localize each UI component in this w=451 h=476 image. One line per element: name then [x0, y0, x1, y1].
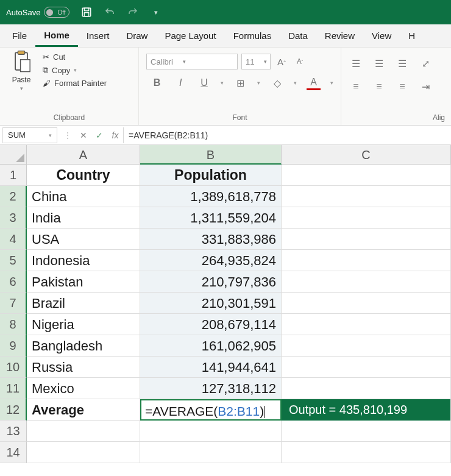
row-header-11[interactable]: 11 [0, 378, 27, 399]
decrease-font-icon[interactable]: Aˇ [293, 54, 307, 69]
cell-C11[interactable] [282, 378, 451, 399]
tab-page-layout[interactable]: Page Layout [156, 24, 224, 47]
align-left-icon[interactable]: ≡ [349, 79, 363, 94]
cell-B13[interactable] [140, 421, 282, 442]
row-header-5[interactable]: 5 [0, 250, 27, 271]
cell-A14[interactable] [27, 442, 140, 463]
enter-icon[interactable]: ✓ [91, 130, 107, 140]
cell-A8[interactable]: Nigeria [27, 314, 140, 335]
cancel-icon[interactable]: ✕ [76, 130, 91, 140]
cell-A13[interactable] [27, 421, 140, 442]
border-icon[interactable]: ⊞ [233, 76, 247, 90]
tab-formulas[interactable]: Formulas [225, 24, 280, 47]
column-header-C[interactable]: C [282, 145, 451, 165]
cell-B1[interactable]: Population [140, 165, 282, 186]
cell-C12[interactable]: Output = 435,810,199 [282, 399, 451, 421]
cell-C4[interactable] [282, 229, 451, 250]
namebox-options-icon[interactable]: ⋮ [60, 130, 76, 140]
tab-insert[interactable]: Insert [78, 24, 118, 47]
row-header-2[interactable]: 2 [0, 186, 27, 207]
font-color-icon[interactable]: A [307, 76, 321, 90]
align-right-icon[interactable]: ≡ [395, 79, 410, 94]
cell-B12[interactable]: =AVERAGE(B2:B11) [140, 399, 282, 421]
cell-A12[interactable]: Average [27, 399, 140, 421]
font-size-dropdown[interactable]: 11▾ [241, 54, 271, 69]
row-header-6[interactable]: 6 [0, 271, 27, 293]
increase-font-icon[interactable]: A^ [274, 54, 289, 69]
cell-C6[interactable] [282, 271, 451, 293]
cell-A6[interactable]: Pakistan [27, 271, 140, 293]
tab-h[interactable]: H [400, 24, 424, 47]
autosave-toggle[interactable]: AutoSave Off [6, 7, 69, 18]
row-header-4[interactable]: 4 [0, 229, 27, 250]
cell-B8[interactable]: 208,679,114 [140, 314, 282, 335]
customize-icon[interactable]: ▾ [150, 6, 162, 18]
cell-A11[interactable]: Mexico [27, 378, 140, 399]
column-header-A[interactable]: A [27, 145, 140, 165]
redo-icon[interactable] [127, 6, 139, 18]
cell-B2[interactable]: 1,389,618,778 [140, 186, 282, 207]
bold-button[interactable]: B [150, 76, 164, 90]
cell-A7[interactable]: Brazil [27, 293, 140, 314]
paste-button[interactable]: Paste ▾ [5, 50, 38, 112]
cell-C9[interactable] [282, 335, 451, 357]
indent-icon[interactable]: ⇥ [418, 79, 433, 94]
orientation-icon[interactable]: ⤢ [418, 56, 433, 71]
row-header-7[interactable]: 7 [0, 293, 27, 314]
cell-A4[interactable]: USA [27, 229, 140, 250]
cell-C3[interactable] [282, 207, 451, 229]
cell-A3[interactable]: India [27, 207, 140, 229]
cell-A10[interactable]: Russia [27, 357, 140, 378]
cell-B7[interactable]: 210,301,591 [140, 293, 282, 314]
column-header-B[interactable]: B [140, 145, 282, 165]
align-center-icon[interactable]: ≡ [372, 79, 386, 94]
toggle-switch[interactable]: Off [44, 7, 69, 18]
cell-C10[interactable] [282, 357, 451, 378]
cell-A9[interactable]: Bangladesh [27, 335, 140, 357]
row-header-12[interactable]: 12 [0, 399, 27, 421]
cell-A2[interactable]: China [27, 186, 140, 207]
fill-color-icon[interactable]: ◇ [270, 76, 284, 90]
cell-C13[interactable] [282, 421, 451, 442]
row-header-13[interactable]: 13 [0, 421, 27, 442]
select-all-corner[interactable] [0, 145, 27, 165]
cell-C7[interactable] [282, 293, 451, 314]
align-top-icon[interactable]: ☰ [349, 56, 363, 71]
cell-A5[interactable]: Indonesia [27, 250, 140, 271]
row-header-8[interactable]: 8 [0, 314, 27, 335]
cell-C1[interactable] [282, 165, 451, 186]
formula-input[interactable]: =AVERAGE(B2:B11) [123, 127, 451, 143]
cell-A1[interactable]: Country [27, 165, 140, 186]
tab-review[interactable]: Review [316, 24, 363, 47]
fx-icon[interactable]: fx [107, 130, 123, 140]
cell-B10[interactable]: 141,944,641 [140, 357, 282, 378]
tab-home[interactable]: Home [35, 24, 78, 47]
cell-B6[interactable]: 210,797,836 [140, 271, 282, 293]
align-middle-icon[interactable]: ☰ [372, 56, 386, 71]
row-header-14[interactable]: 14 [0, 442, 27, 463]
row-header-9[interactable]: 9 [0, 335, 27, 357]
underline-button[interactable]: U [197, 76, 211, 90]
cell-B11[interactable]: 127,318,112 [140, 378, 282, 399]
tab-data[interactable]: Data [280, 24, 316, 47]
name-box[interactable]: SUM▾ [2, 127, 57, 143]
cell-C5[interactable] [282, 250, 451, 271]
tab-file[interactable]: File [4, 24, 35, 47]
cell-C2[interactable] [282, 186, 451, 207]
cell-B9[interactable]: 161,062,905 [140, 335, 282, 357]
copy-button[interactable]: ⧉Copy ▾ [43, 65, 107, 75]
align-bottom-icon[interactable]: ☰ [395, 56, 410, 71]
cell-C14[interactable] [282, 442, 451, 463]
tab-view[interactable]: View [363, 24, 400, 47]
font-name-dropdown[interactable]: Calibri▾ [146, 54, 238, 69]
italic-button[interactable]: I [174, 76, 188, 90]
cut-button[interactable]: ✂Cut [43, 52, 107, 62]
format-painter-button[interactable]: 🖌Format Painter [43, 79, 107, 88]
cell-B5[interactable]: 264,935,824 [140, 250, 282, 271]
save-icon[interactable] [80, 6, 93, 18]
cell-B14[interactable] [140, 442, 282, 463]
row-header-10[interactable]: 10 [0, 357, 27, 378]
cell-B3[interactable]: 1,311,559,204 [140, 207, 282, 229]
cell-B4[interactable]: 331,883,986 [140, 229, 282, 250]
row-header-1[interactable]: 1 [0, 165, 27, 186]
